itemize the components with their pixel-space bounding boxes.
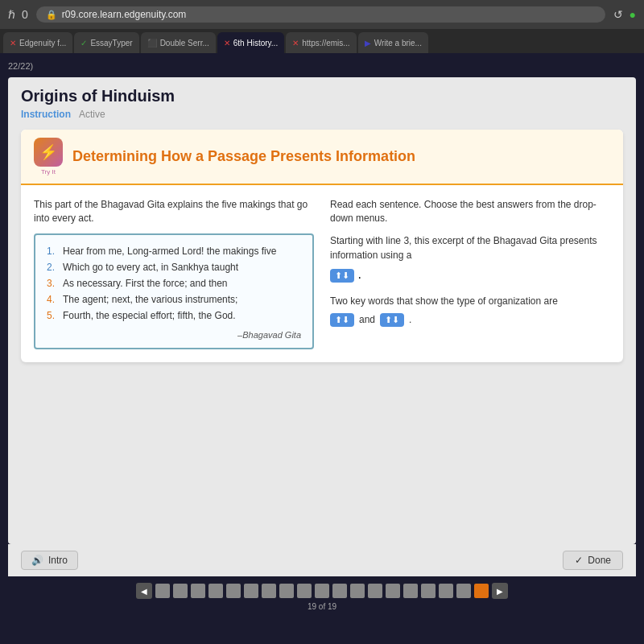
passage-intro: This part of the Bhagavad Gita explains … xyxy=(34,198,314,225)
citation: –Bhagavad Gita xyxy=(47,330,301,340)
tab-favicon-write: ▶ xyxy=(365,39,371,47)
tab-favicon-essaytyper: ✓ xyxy=(80,39,87,47)
activity-icon: ⚡ xyxy=(34,138,63,167)
page-dot-9[interactable] xyxy=(297,584,312,598)
right-column: Read each sentence. Choose the best answ… xyxy=(330,198,610,349)
pagination-prev[interactable]: ◀ xyxy=(136,583,152,599)
activity-card: ⚡ Try It Determining How a Passage Prese… xyxy=(21,130,623,362)
browser-logo-icon: ℏ xyxy=(8,8,15,21)
list-item: 3. As necessary. First the force; and th… xyxy=(47,275,301,291)
tab-https-emis[interactable]: ✕ https://emis... xyxy=(286,32,356,53)
page-dot-14[interactable] xyxy=(386,584,400,598)
page-dot-19[interactable] xyxy=(474,584,489,598)
pagination-bar: ◀ ▶ xyxy=(0,576,644,602)
list-number-4: 4. xyxy=(47,294,58,305)
extension-icon[interactable]: ● xyxy=(630,8,636,21)
tab-favicon-6thhistory: ✕ xyxy=(224,39,230,47)
tab-6thhistory[interactable]: ✕ 6th History... xyxy=(217,32,284,53)
list-number-3: 3. xyxy=(47,278,58,289)
answer-row: ⬆⬇ and ⬆⬇ . xyxy=(330,313,610,327)
tab-edgenuity[interactable]: ✕ Edgenuity f... xyxy=(3,32,72,53)
activity-title: Determining How a Passage Presents Infor… xyxy=(72,148,415,165)
page-dot-17[interactable] xyxy=(439,584,453,598)
url-text: r09.core.learn.edgenuity.com xyxy=(62,9,187,20)
shield-icon: 0 xyxy=(22,8,28,21)
tab-essaytyper[interactable]: ✓ EssayTyper xyxy=(74,32,138,53)
question-text-1: Starting with line 3, this excerpt of th… xyxy=(330,233,610,262)
tab-label-edgenuity: Edgenuity f... xyxy=(19,39,66,47)
question-block-1: Starting with line 3, this excerpt of th… xyxy=(330,233,610,283)
page-dot-8[interactable] xyxy=(279,584,294,598)
page-dot-1[interactable] xyxy=(155,584,170,598)
list-item: 5. Fourth, the especial effort; fifth, t… xyxy=(47,308,301,324)
page-dot-18[interactable] xyxy=(456,584,471,598)
list-item: 1. Hear from me, Long-armed Lord! the ma… xyxy=(47,243,301,259)
page-dot-3[interactable] xyxy=(191,584,205,598)
two-column-layout: This part of the Bhagavad Gita explains … xyxy=(21,185,623,362)
browser-nav-icons: ℏ 0 xyxy=(8,8,28,21)
left-column: This part of the Bhagavad Gita explains … xyxy=(34,198,314,349)
activity-header: ⚡ Try It Determining How a Passage Prese… xyxy=(21,130,623,185)
question-block-2: Two key words that show the type of orga… xyxy=(330,294,610,327)
list-number-2: 2. xyxy=(47,262,58,273)
tab-label-essaytyper: EssayTyper xyxy=(90,39,132,47)
dropdown-3[interactable]: ⬆⬇ xyxy=(380,313,404,327)
page-dot-2[interactable] xyxy=(173,584,188,598)
list-text-3: As necessary. First the force; and then xyxy=(63,278,228,289)
list-number-1: 1. xyxy=(47,246,58,257)
tab-label-write: Write a brie... xyxy=(374,39,422,47)
and-text: and xyxy=(359,314,375,325)
dropdown-2-arrow: ⬆⬇ xyxy=(335,315,349,325)
list-item: 4. The agent; next, the various instrume… xyxy=(47,291,301,308)
page-dot-13[interactable] xyxy=(368,584,382,598)
pagination-next[interactable]: ▶ xyxy=(492,583,508,599)
dropdown-1-arrow: ⬆⬇ xyxy=(335,270,349,281)
activity-icon-label: Try It xyxy=(34,168,63,175)
page-dot-7[interactable] xyxy=(262,584,276,598)
page-dot-16[interactable] xyxy=(421,584,436,598)
address-bar[interactable]: 🔒 r09.core.learn.edgenuity.com xyxy=(36,6,605,23)
period-1: . xyxy=(357,267,361,281)
dropdown-2[interactable]: ⬆⬇ xyxy=(330,313,354,327)
subtitle-active: Active xyxy=(79,109,105,120)
page-counter: 19 of 19 xyxy=(0,602,644,614)
reload-icon[interactable]: ↺ xyxy=(613,8,623,21)
page-dot-10[interactable] xyxy=(315,584,329,598)
page-title: Origins of Hinduism xyxy=(21,87,623,105)
page-dot-11[interactable] xyxy=(332,584,347,598)
intro-label: Intro xyxy=(48,555,68,566)
list-number-5: 5. xyxy=(47,310,58,321)
lock-icon: 🔒 xyxy=(46,10,57,20)
page-dot-15[interactable] xyxy=(403,584,418,598)
tab-label-doubleserr: Double Serr... xyxy=(160,39,209,47)
list-item: 2. Which go to every act, in Sankhya tau… xyxy=(47,259,301,275)
main-content: Origins of Hinduism Instruction Active ⚡… xyxy=(8,77,636,544)
page-dot-6[interactable] xyxy=(244,584,258,598)
tab-favicon-edgenuity: ✕ xyxy=(10,39,16,47)
dropdown-1[interactable]: ⬆⬇ xyxy=(330,269,354,283)
intro-button[interactable]: 🔊 Intro xyxy=(21,551,78,570)
done-button[interactable]: ✓ Done xyxy=(563,551,623,570)
passage-list: 1. Hear from me, Long-armed Lord! the ma… xyxy=(47,243,301,324)
bottom-bar: 🔊 Intro ✓ Done xyxy=(8,544,636,576)
list-text-1: Hear from me, Long-armed Lord! the makin… xyxy=(63,246,276,257)
speaker-icon: 🔊 xyxy=(31,555,43,566)
tab-write-brie[interactable]: ▶ Write a brie... xyxy=(358,32,428,53)
right-instruction: Read each sentence. Choose the best answ… xyxy=(330,198,610,225)
list-text-4: The agent; next, the various instruments… xyxy=(63,294,237,305)
dropdown-3-arrow: ⬆⬇ xyxy=(385,315,399,325)
page-dot-5[interactable] xyxy=(226,584,241,598)
tab-favicon-emis: ✕ xyxy=(292,39,299,47)
page-dot-4[interactable] xyxy=(208,584,223,598)
tab-label-emis: https://emis... xyxy=(302,39,349,47)
tab-favicon-doubleserr: ⬛ xyxy=(147,39,157,47)
period-2: . xyxy=(409,314,411,325)
tabs-bar: ✕ Edgenuity f... ✓ EssayTyper ⬛ Double S… xyxy=(0,29,644,53)
page-dot-12[interactable] xyxy=(350,584,365,598)
check-icon: ✓ xyxy=(575,555,583,566)
list-text-2: Which go to every act, in Sankhya taught xyxy=(63,262,238,273)
page-subtitle: Instruction Active xyxy=(21,109,623,120)
tab-doubleserr[interactable]: ⬛ Double Serr... xyxy=(141,32,216,53)
done-label: Done xyxy=(588,555,611,566)
question-text-2: Two key words that show the type of orga… xyxy=(330,294,610,308)
